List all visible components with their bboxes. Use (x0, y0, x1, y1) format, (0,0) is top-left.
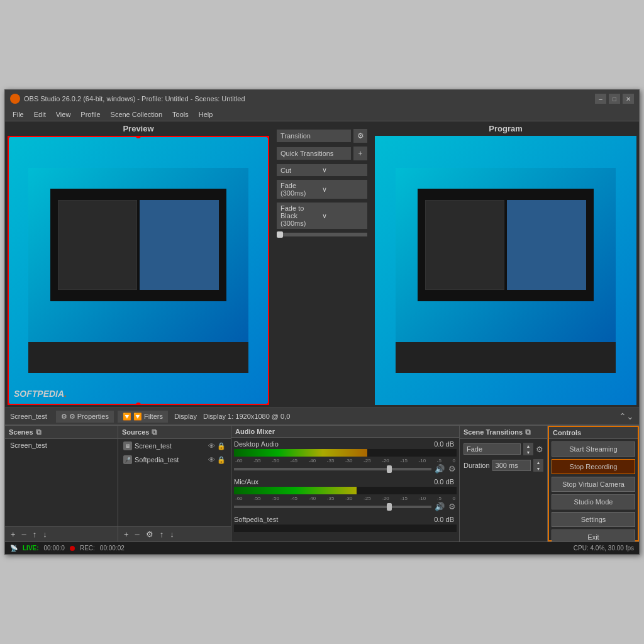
scenes-copy-icon[interactable]: ⧉ (36, 428, 42, 436)
desktop-fader-row: 🔊 ⚙ (234, 464, 457, 474)
source-mic-eye-icon[interactable]: 👁 (208, 456, 215, 464)
cpu-label: CPU: 4.0%, 30.00 fps (574, 545, 634, 552)
mic-mute-icon[interactable]: 🔊 (434, 501, 445, 512)
mic-aux-name: Mic/Aux (234, 478, 434, 486)
connection-icon: 📡 (10, 545, 18, 552)
duration-row: Duration 300 ms ▲ ▼ (464, 459, 543, 472)
rec-dot (70, 546, 75, 551)
source-add-button[interactable]: + (122, 529, 131, 540)
stop-recording-button[interactable]: Stop Recording (552, 459, 635, 474)
filters-label: 🔽 Filters (133, 413, 163, 421)
obs-icon (10, 94, 20, 104)
transition-row: Transition ⚙ (277, 129, 367, 143)
properties-icon: ⚙ (61, 413, 67, 421)
source-item-mic[interactable]: 🎤 Softpedia_test 👁 🔒 (118, 453, 231, 467)
close-button[interactable]: ✕ (623, 94, 634, 104)
preview-program-area: Preview (5, 121, 639, 408)
program-screen (375, 136, 636, 405)
cut-dropdown[interactable]: Cut ∨ (277, 164, 367, 176)
maximize-button[interactable]: □ (609, 94, 620, 104)
duration-up-arrow[interactable]: ▲ (533, 459, 543, 465)
main-window: OBS Studio 26.0.2 (64-bit, windows) - Pr… (4, 89, 640, 555)
controls-buttons: Start Streaming Stop Recording Stop Virt… (549, 439, 638, 547)
sources-footer: + – ⚙ ↑ ↓ (118, 526, 231, 541)
audio-track-desktop: Desktop Audio 0.0 dB -60-55-50-45-40-35-… (234, 440, 457, 474)
fade-select[interactable]: Fade (464, 443, 521, 455)
transition-slider[interactable] (277, 233, 367, 236)
desktop-audio-scale: -60-55-50-45-40-35-30-25-20-15-10-50 (234, 458, 457, 464)
minimize-button[interactable]: – (595, 94, 606, 104)
live-time: 00:00:0 (44, 545, 65, 552)
scene-transitions-copy-icon[interactable]: ⧉ (525, 428, 531, 436)
fade-black-chevron: ∨ (322, 212, 364, 220)
mic-settings-icon[interactable]: ⚙ (448, 501, 457, 512)
filters-icon: 🔽 (123, 413, 131, 421)
duration-down-arrow[interactable]: ▼ (533, 465, 543, 472)
fade-up-arrow[interactable]: ▲ (523, 443, 533, 449)
source-up-button[interactable]: ↑ (158, 529, 166, 540)
menu-help[interactable]: Help (194, 109, 218, 119)
menu-view[interactable]: View (51, 109, 76, 119)
menu-edit[interactable]: Edit (29, 109, 51, 119)
menu-profile[interactable]: Profile (75, 109, 105, 119)
source-screen-lock-icon[interactable]: 🔒 (217, 442, 226, 450)
transition-slider-thumb (277, 231, 283, 238)
filters-button[interactable]: 🔽 🔽 Filters (118, 411, 168, 423)
controls-panel: Controls Start Streaming Stop Recording … (548, 426, 639, 541)
fade-down-arrow[interactable]: ▼ (523, 449, 533, 455)
desktop-settings-icon[interactable]: ⚙ (448, 464, 457, 474)
preview-panel: Preview (8, 124, 269, 405)
scene-name-label: Screen_test (10, 413, 47, 420)
cut-chevron: ∨ (322, 166, 364, 174)
quick-transitions-row: Quick Transitions + (277, 147, 367, 160)
menu-file[interactable]: File (8, 109, 29, 119)
source-settings-button[interactable]: ⚙ (144, 529, 155, 540)
audio-track-softpedia-header: Softpedia_test 0.0 dB (234, 516, 457, 523)
transition-settings-icon[interactable]: ⚙ (353, 129, 367, 143)
transition-panel: Transition ⚙ Quick Transitions + Cut ∨ F… (272, 124, 372, 405)
quick-transitions-button[interactable]: Quick Transitions (277, 147, 351, 160)
scene-transitions-header: Scene Transitions ⧉ (460, 426, 547, 439)
live-label: LIVE: (23, 545, 39, 552)
menu-tools[interactable]: Tools (167, 109, 194, 119)
rec-label: REC: (80, 545, 95, 552)
desktop-fader[interactable] (234, 468, 431, 470)
scene-add-button[interactable]: + (9, 529, 18, 540)
menu-scene-collection[interactable]: Scene Collection (106, 109, 168, 119)
fade-black-dropdown[interactable]: Fade to Black (300ms) ∨ (277, 203, 367, 229)
stop-virtual-camera-button[interactable]: Stop Virtual Camera (552, 477, 635, 492)
sources-copy-icon[interactable]: ⧉ (152, 428, 157, 436)
mic-fader[interactable] (234, 506, 431, 508)
scene-up-button[interactable]: ↑ (31, 529, 39, 540)
scene-down-button[interactable]: ↓ (41, 529, 49, 540)
studio-mode-button[interactable]: Studio Mode (552, 494, 635, 509)
fade-dropdown[interactable]: Fade (300ms) ∨ (277, 180, 367, 199)
fade-gear-icon[interactable]: ⚙ (536, 445, 543, 454)
program-nested-bg (396, 168, 615, 372)
softpedia-logo: SOFTPEDIA. (14, 389, 67, 399)
toolbar: Screen_test ⚙ ⚙ Properties 🔽 🔽 Filters D… (5, 408, 639, 425)
scene-item[interactable]: Screen_test (5, 439, 118, 452)
scenes-header: Scenes ⧉ (5, 426, 118, 439)
scenes-footer: + – ↑ ↓ (5, 526, 118, 541)
start-streaming-button[interactable]: Start Streaming (552, 441, 635, 457)
source-item-screen[interactable]: 🖥 Screen_test 👁 🔒 (118, 439, 231, 453)
audio-track-mic: Mic/Aux 0.0 dB -60-55-50-45-40-35-30-25-… (234, 478, 457, 512)
transition-button[interactable]: Transition (277, 130, 351, 142)
corner-dot-bm (136, 402, 141, 405)
scene-remove-button[interactable]: – (20, 529, 28, 540)
status-bar: 📡 LIVE: 00:00:0 REC: 00:00:02 CPU: 4.0%,… (5, 541, 639, 554)
program-nested-inner (418, 189, 594, 301)
settings-button[interactable]: Settings (552, 512, 635, 527)
toolbar-chevron-icon[interactable]: ⌃⌄ (619, 411, 634, 421)
duration-input[interactable]: 300 ms (492, 460, 531, 471)
desktop-mute-icon[interactable]: 🔊 (434, 464, 445, 474)
properties-button[interactable]: ⚙ ⚙ Properties (56, 411, 114, 423)
source-remove-button[interactable]: – (133, 529, 142, 540)
window-title: OBS Studio 26.0.2 (64-bit, windows) - Pr… (24, 95, 595, 103)
quick-transitions-add-icon[interactable]: + (353, 147, 367, 160)
source-down-button[interactable]: ↓ (168, 529, 176, 540)
source-mic-lock-icon[interactable]: 🔒 (217, 456, 226, 464)
source-screen-eye-icon[interactable]: 👁 (208, 442, 215, 450)
source-screen-actions: 👁 🔒 (208, 442, 226, 450)
